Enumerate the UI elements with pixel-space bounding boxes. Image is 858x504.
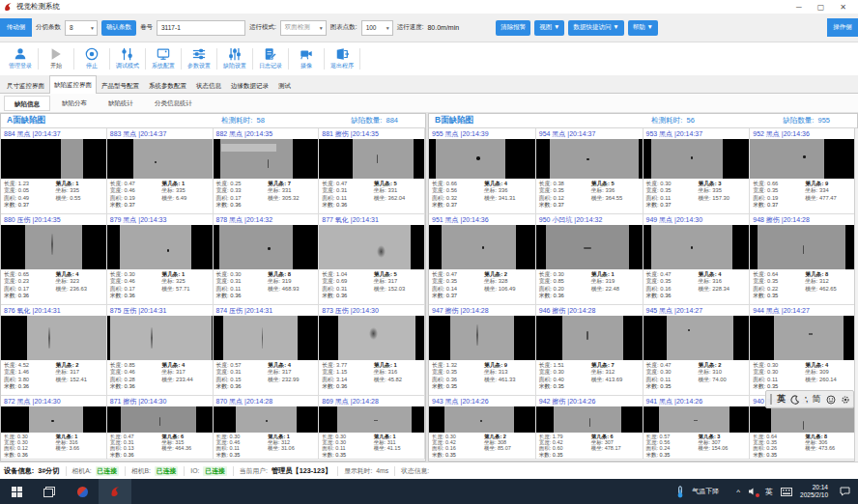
subtab-3[interactable]: 分类信息统计 [145, 96, 202, 111]
defect-card-943[interactable]: 943 黑点 |20:14:26长度: 0.30宽度: 0.42面积: 0.16… [429, 396, 536, 460]
ime-moon-icon[interactable] [790, 395, 799, 405]
operator-side-button[interactable]: 操作侧 [827, 18, 858, 37]
defect-card-953[interactable]: 953 黑点 |20:14:37长度: 0.30宽度: 0.35面积: 0.11… [644, 128, 751, 214]
toolbar-button-user[interactable]: 管理登录 [4, 47, 37, 70]
task-view-button[interactable] [33, 479, 66, 504]
ime-toolbar[interactable]: 英 ’, 简 [765, 390, 854, 408]
defect-card-876[interactable]: 876 氧化 |20:14:31长度: 4.52宽度: 1.46面积: 3.80… [1, 305, 107, 396]
ime-lang-indicator[interactable]: 英 [765, 487, 773, 497]
defect-card-951[interactable]: 951 黑点 |20:14:36长度: 0.47宽度: 0.35面积: 0.14… [429, 214, 536, 305]
defect-card-880[interactable]: 880 压伤 |20:14:35长度: 0.65宽度: 0.23面积: 0.17… [1, 214, 107, 305]
stat-meters: 米数: 0.37 [646, 202, 699, 209]
defect-card-948[interactable]: 948 擦伤 |20:14:28长度: 0.64宽度: 0.35面积: 0.22… [750, 214, 857, 305]
toolbar-button-play[interactable]: 开始 [40, 47, 72, 70]
defect-card-875[interactable]: 875 压伤 |20:14:31长度: 0.85宽度: 0.46面积: 0.28… [107, 305, 214, 396]
defect-card-947[interactable]: 947 擦伤 |20:14:28长度: 1.32宽度: 0.35面积: 0.36… [429, 305, 536, 396]
defect-card-884[interactable]: 884 黑点 |20:14:37长度: 1.23宽度: 0.05面积: 0.49… [1, 128, 107, 214]
volume-badge [756, 493, 759, 497]
ime-lang-button[interactable]: 英 [777, 393, 786, 406]
ime-drag-handle[interactable] [770, 394, 772, 405]
defect-card-950[interactable]: 950 小凹坑 |20:14:32长度: 0.30宽度: 0.85面积: 0.2… [536, 214, 644, 305]
ime-settings-gear-icon[interactable] [841, 395, 850, 405]
clock[interactable]: 20:14 2025/2/10 [800, 484, 828, 499]
tab-5[interactable]: 边缘数据记录 [226, 76, 273, 93]
defect-card-header: 953 黑点 |20:14:37 [644, 128, 750, 139]
defect-card-header: 877 氧化 |20:14:31 [319, 214, 424, 225]
taskbar-app-inspection[interactable] [99, 479, 131, 504]
defect-card-952[interactable]: 952 黑点 |20:14:36长度: 0.66宽度: 0.35面积: 0.19… [750, 128, 857, 214]
toolbar-button-monitor[interactable]: 系统配置 [147, 47, 180, 70]
defect-card-954[interactable]: 954 黑点 |20:14:37长度: 0.38宽度: 0.35面积: 0.12… [536, 128, 644, 214]
run-mode-select[interactable]: 双面检测▼ [280, 20, 327, 36]
toolbar-button-exit[interactable]: 退出程序 [326, 47, 358, 70]
close-button[interactable]: ✕ [840, 3, 846, 12]
stat-pos: 横坐: 478.17 [591, 445, 640, 451]
tray-expand-arrow[interactable]: ^ [736, 488, 740, 496]
defect-card-955[interactable]: 955 黑点 |20:14:39长度: 0.66宽度: 0.56面积: 0.32… [429, 128, 536, 214]
toolbar-button-label: 退出程序 [330, 62, 354, 70]
defect-image [750, 225, 856, 269]
defect-card-878[interactable]: 878 黑点 |20:14:32长度: 0.30宽度: 0.31面积: 0.11… [214, 214, 320, 305]
tab-2[interactable]: 产品型号配置 [97, 76, 144, 93]
defect-card-883[interactable]: 883 黑点 |20:14:37长度: 0.47宽度: 0.46面积: 0.19… [107, 128, 214, 214]
maximize-button[interactable]: ▢ [817, 3, 825, 12]
confirm-count-button[interactable]: 确认条数 [101, 20, 136, 36]
toolbar-button-camera[interactable]: 摄像 [290, 47, 323, 70]
stat-meters: 米数: 0.37 [4, 202, 55, 209]
defect-card-879[interactable]: 879 黑点 |20:14:33长度: 0.30宽度: 0.46面积: 0.17… [107, 214, 214, 305]
defect-card-870[interactable]: 870 黑点 |20:14:28长度: 0.30宽度: 0.46面积: 0.11… [214, 396, 320, 460]
defect-card-949[interactable]: 949 黑点 |20:14:30长度: 0.47宽度: 0.35面积: 0.16… [644, 214, 751, 305]
defect-card-869[interactable]: 869 黑点 |20:14:28长度: 0.30宽度: 0.30面积: 0.11… [319, 396, 425, 460]
notification-center-icon[interactable] [840, 487, 850, 496]
tab-6[interactable]: 测试 [273, 76, 296, 93]
minimize-button[interactable]: ─ [796, 3, 802, 12]
defect-card-942[interactable]: 942 擦伤 |20:14:26长度: 1.79宽度: 0.42面积: 0.60… [536, 396, 644, 460]
toolbar-button-sliders-h[interactable]: 参数设置 [183, 47, 215, 70]
chart-points-select[interactable]: 100▼ [361, 20, 393, 36]
defect-card-877[interactable]: 877 氧化 |20:14:31长度: 1.04宽度: 0.69面积: 0.31… [319, 214, 425, 305]
toolbar-button-sliders-v[interactable]: 缺陷设置 [218, 47, 251, 70]
tab-1[interactable]: 缺陷监控界面 [49, 75, 97, 94]
toolbar-button-log[interactable]: 日志记录 [254, 47, 287, 70]
defect-stats: 长度: 0.47宽度: 0.35面积: 0.14米数: 0.37第几条: 2坐标… [429, 269, 535, 304]
tab-0[interactable]: 尺寸监控界面 [2, 76, 49, 93]
defect-card-944[interactable]: 944 黑点 |20:14:27长度: 0.30宽度: 0.30面积: 0.11… [750, 305, 857, 396]
subtab-2[interactable]: 缺陷统计 [99, 96, 143, 111]
defect-card-871[interactable]: 871 擦伤 |20:14:30长度: 0.47宽度: 0.31面积: 0.13… [107, 396, 214, 460]
view-menu-button[interactable]: 视图 ▼ [534, 20, 564, 36]
ime-emoji-button[interactable] [826, 395, 836, 405]
stat-pos: 横坐: 464.36 [161, 445, 209, 451]
stat-meters: 米数: 0.36 [110, 452, 161, 458]
roll-number-input[interactable]: 3117-1 [157, 20, 245, 36]
defect-card-945[interactable]: 945 黑点 |20:14:27长度: 0.47宽度: 0.30面积: 0.11… [644, 305, 751, 396]
defect-card-946[interactable]: 946 擦伤 |20:14:28长度: 1.51宽度: 0.30面积: 0.40… [536, 305, 644, 396]
slit-count-select[interactable]: 8▼ [65, 20, 98, 36]
subtab-1[interactable]: 缺陷分布 [52, 96, 97, 111]
stat-pos: 横坐: 233.44 [161, 377, 209, 383]
touch-keyboard-icon[interactable] [781, 488, 792, 496]
stat-meters: 米数: 0.37 [753, 202, 805, 209]
tab-3[interactable]: 系统参数配置 [144, 76, 191, 93]
taskbar-app-browser[interactable] [66, 479, 99, 504]
weather-text[interactable]: 气温下降 [692, 487, 719, 496]
toolbar-button-stop[interactable]: 停止 [75, 47, 108, 70]
defect-card-941[interactable]: 941 黑点 |20:14:26长度: 0.57宽度: 0.56面积: 0.24… [644, 396, 751, 460]
volume-button[interactable] [748, 487, 758, 496]
data-quick-access-button[interactable]: 数据快捷访问 ▼ [568, 20, 623, 36]
defect-card-874[interactable]: 874 压伤 |20:14:31长度: 0.57宽度: 0.31面积: 0.15… [214, 305, 320, 396]
scrollbar[interactable] [854, 128, 858, 462]
defect-card-872[interactable]: 872 黑点 |20:14:30长度: 0.30宽度: 0.30面积: 0.12… [1, 396, 107, 460]
help-menu-button[interactable]: 帮助 ▼ [628, 20, 658, 36]
defect-card-header: 941 黑点 |20:14:26 [644, 396, 750, 406]
defect-card-873[interactable]: 873 压伤 |20:14:30长度: 3.77宽度: 1.15面积: 3.14… [319, 305, 425, 396]
tab-4[interactable]: 状态信息 [191, 76, 226, 93]
defect-card-882[interactable]: 882 黑点 |20:14:35长度: 0.25宽度: 0.33面积: 0.17… [214, 128, 320, 214]
clear-alarm-button[interactable]: 清除报警 [496, 20, 530, 36]
subtab-0[interactable]: 缺陷信息 [4, 96, 50, 111]
defect-card-881[interactable]: 881 擦伤 |20:14:35长度: 0.47宽度: 0.31面积: 0.11… [319, 128, 425, 214]
ime-punctuation-button[interactable]: ’, [805, 395, 807, 404]
ime-simplified-button[interactable]: 简 [813, 393, 821, 406]
drive-side-button[interactable]: 传动侧 [0, 18, 32, 37]
start-button[interactable] [0, 479, 33, 504]
toolbar-button-debug[interactable]: 调试模式 [111, 47, 144, 70]
